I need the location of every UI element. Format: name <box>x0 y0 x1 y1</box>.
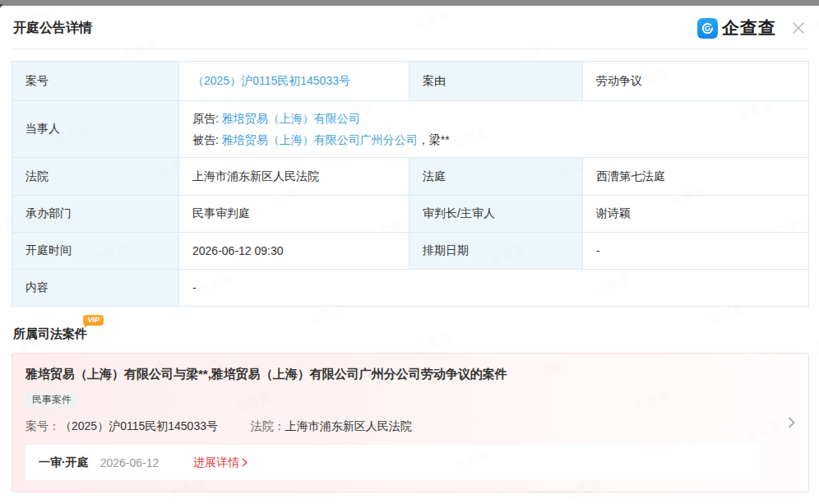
court-value: 上海市浦东新区人民法院 <box>179 158 410 196</box>
case-no-label: 案号 <box>12 62 179 101</box>
progress-detail-link[interactable]: 进展详情 <box>193 455 248 470</box>
plaintiff-line: 原告: 雅培贸易（上海）有限公司 <box>192 108 795 129</box>
cause-label: 案由 <box>410 62 583 101</box>
brand-name: 企查查 <box>722 16 776 39</box>
close-icon[interactable] <box>789 19 807 37</box>
card-court-value: 上海市浦东新区人民法院 <box>285 419 412 432</box>
judge-value: 谢诗颖 <box>583 196 809 233</box>
defendant-person: ，梁** <box>418 133 450 146</box>
related-case-card[interactable]: 雅培贸易（上海）有限公司与梁**,雅培贸易（上海）有限公司广州分公司劳动争议的案… <box>12 353 809 492</box>
judge-label: 审判长/主审人 <box>410 196 583 233</box>
section-heading: 所属司法案件 <box>13 326 87 342</box>
parties-label: 当事人 <box>12 101 179 158</box>
case-no-link[interactable]: （2025）沪0115民初145033号 <box>192 74 350 87</box>
defendant-company-link[interactable]: 雅培贸易（上海）有限公司广州分公司 <box>222 133 418 146</box>
card-case-no-label: 案号： <box>25 419 60 432</box>
hearing-announcement-modal: 开庭公告详情 企查查 案号 （20 <box>0 6 819 492</box>
defendant-line: 被告: 雅培贸易（上海）有限公司广州分公司，梁** <box>192 129 795 150</box>
vip-badge: VIP <box>83 315 104 326</box>
table-row: 承办部门 民事审判庭 审判长/主审人 谢诗颖 <box>12 196 809 233</box>
courtroom-label: 法庭 <box>410 158 583 196</box>
qichacha-logo-icon <box>697 18 718 39</box>
case-progress-row[interactable]: 一审·开庭 2026-06-12 进展详情 <box>25 445 759 480</box>
cause-value: 劳动争议 <box>583 62 809 101</box>
department-label: 承办部门 <box>12 196 179 233</box>
courtroom-value: 西漕第七法庭 <box>583 158 809 196</box>
chevron-right-icon[interactable] <box>788 417 795 429</box>
table-row: 内容 - <box>12 270 809 307</box>
progress-date: 2026-06-12 <box>100 456 160 469</box>
department-value: 民事审判庭 <box>179 196 410 233</box>
hearing-detail-table: 案号 （2025）沪0115民初145033号 案由 劳动争议 当事人 原告: … <box>12 61 809 307</box>
modal-header: 开庭公告详情 企查查 <box>12 6 809 49</box>
page-title: 开庭公告详情 <box>13 20 92 37</box>
card-court-label: 法院： <box>251 419 285 432</box>
progress-detail-label: 进展详情 <box>193 455 239 470</box>
schedule-date-label: 排期日期 <box>410 233 583 270</box>
qichacha-logo: 企查查 <box>697 16 776 39</box>
content-value: - <box>179 270 809 307</box>
case-title: 雅培贸易（上海）有限公司与梁**,雅培贸易（上海）有限公司广州分公司劳动争议的案… <box>25 367 759 382</box>
chevron-right-small-icon <box>242 458 248 467</box>
court-label: 法院 <box>12 158 179 196</box>
card-case-no-value: （2025）沪0115民初145033号 <box>60 419 218 432</box>
background-page-strip <box>0 0 819 6</box>
progress-stage: 一审·开庭 <box>39 455 89 470</box>
content-label: 内容 <box>12 270 179 307</box>
plaintiff-company-link[interactable]: 雅培贸易（上海）有限公司 <box>222 112 360 125</box>
section-head: VIP 所属司法案件 <box>13 326 87 342</box>
hearing-time-value: 2026-06-12 09:30 <box>179 233 410 270</box>
table-row: 开庭时间 2026-06-12 09:30 排期日期 - <box>12 233 809 270</box>
table-row: 案号 （2025）沪0115民初145033号 案由 劳动争议 <box>12 62 809 101</box>
table-row: 当事人 原告: 雅培贸易（上海）有限公司 被告: 雅培贸易（上海）有限公司广州分… <box>12 101 809 158</box>
case-info-row: 案号：（2025）沪0115民初145033号 法院：上海市浦东新区人民法院 <box>25 419 759 434</box>
defendant-role: 被告: <box>192 133 222 146</box>
case-type-tag: 民事案件 <box>25 391 78 409</box>
plaintiff-role: 原告: <box>192 112 222 125</box>
table-row: 法院 上海市浦东新区人民法院 法庭 西漕第七法庭 <box>12 158 809 196</box>
hearing-time-label: 开庭时间 <box>12 233 179 270</box>
schedule-date-value: - <box>583 233 809 270</box>
